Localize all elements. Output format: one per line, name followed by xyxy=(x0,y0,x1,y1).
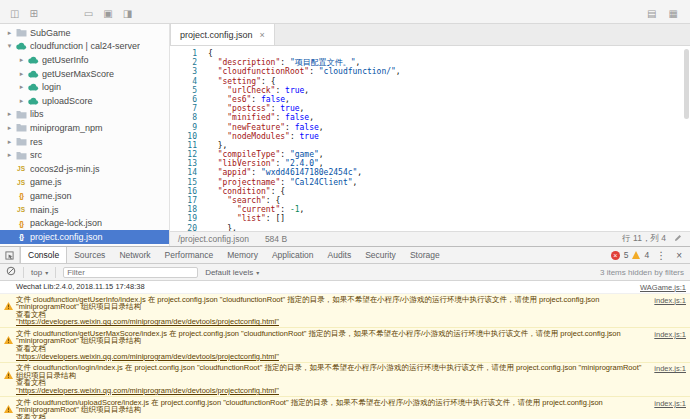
chevron-collapsed-icon[interactable]: ▸ xyxy=(5,138,14,146)
tree-item-label: game.js xyxy=(30,177,62,187)
console-source-link[interactable]: WAGame.js:1 xyxy=(640,283,686,292)
tree-item-game-js[interactable]: JSgame.js xyxy=(0,176,169,190)
console-source-link[interactable]: index.js:1 xyxy=(654,296,686,326)
tree-item-src[interactable]: ▸src xyxy=(0,148,169,162)
line-number: 15 xyxy=(170,178,197,187)
tree-item-cloudfunction-cal24-server[interactable]: ▾cloudfunction | cal24-server xyxy=(0,40,169,54)
tree-item-getuserinfo[interactable]: ▸getUserInfo xyxy=(0,53,169,67)
editor-scrollbar[interactable] xyxy=(684,49,689,119)
sidebar-toggle-icon[interactable]: ◫ xyxy=(10,8,19,19)
doc-link[interactable]: "https://developers.weixin.qq.com/minipr… xyxy=(16,352,279,361)
line-number: 7 xyxy=(170,104,197,113)
tree-item-miniprogram-npm[interactable]: ▸miniprogram_npm xyxy=(0,121,169,135)
clear-console-icon[interactable] xyxy=(6,266,16,278)
console-messages: Wechat Lib:2.4.0, 2018.11.15 17:48:38WAG… xyxy=(0,281,690,419)
console-toolbar: top ▾ Default levels ▾ 3 items hidden by… xyxy=(0,264,690,281)
toolbar-separator xyxy=(55,267,56,278)
chevron-down-icon: ▾ xyxy=(256,269,259,276)
doc-link[interactable]: "https://developers.weixin.qq.com/minipr… xyxy=(16,386,279,395)
code-line: "urlCheck": true, xyxy=(208,86,690,95)
editor-tab-project-config[interactable]: project.config.json × xyxy=(170,24,275,45)
devtools-tabs: ConsoleSourcesNetworkPerformanceMemoryAp… xyxy=(20,247,447,263)
line-number: 18 xyxy=(170,205,197,214)
warning-triangle-icon xyxy=(4,399,16,419)
layout-box-icon[interactable]: ▣ xyxy=(103,8,112,19)
log-levels-dropdown[interactable]: Default levels ▾ xyxy=(205,268,259,277)
warning-triangle-icon xyxy=(4,364,16,394)
devtools-tab-network[interactable]: Network xyxy=(112,247,157,263)
tree-item-libs[interactable]: ▸libs xyxy=(0,108,169,122)
inspect-element-icon[interactable] xyxy=(0,247,20,263)
chevron-down-icon: ▾ xyxy=(45,269,48,276)
line-number: 3 xyxy=(170,67,197,76)
chevron-collapsed-icon[interactable]: ▸ xyxy=(5,124,14,132)
statusbar-file-size: 584 B xyxy=(265,234,287,244)
code-content: { "description": "项目配置文件。", "cloudfuncti… xyxy=(204,46,690,231)
code-line: "newFeature": false, xyxy=(208,123,690,132)
tree-item-getusermaxscore[interactable]: ▸getUserMaxScore xyxy=(0,67,169,81)
warning-badge-icon[interactable] xyxy=(632,251,640,259)
devtools-tab-storage[interactable]: Storage xyxy=(403,247,447,263)
tree-item-login[interactable]: ▸login xyxy=(0,80,169,94)
console-source-link[interactable]: index.js:1 xyxy=(654,330,686,360)
tree-item-project-config-json[interactable]: {}project.config.json xyxy=(0,230,169,244)
devtools-tab-console[interactable]: Console xyxy=(20,247,67,263)
console-message-warning: 文件 cloudfunction/uploadScore/index.js 在 … xyxy=(0,397,690,419)
tree-item-main-js[interactable]: JSmain.js xyxy=(0,203,169,217)
devtools-tab-audits[interactable]: Audits xyxy=(321,247,359,263)
chevron-collapsed-icon[interactable]: ▸ xyxy=(17,83,26,91)
window-grid-icon[interactable]: ▦ xyxy=(669,8,678,19)
devtools-tab-sources[interactable]: Sources xyxy=(67,247,112,263)
devtools-tab-memory[interactable]: Memory xyxy=(220,247,265,263)
tree-item-res[interactable]: ▸res xyxy=(0,135,169,149)
console-message-warning: 文件 cloudfunction/getUserMaxScore/index.j… xyxy=(0,328,690,362)
editor-panel-icon[interactable]: ⊞ xyxy=(29,8,37,19)
console-message-text: 文件 cloudfunction/getUserMaxScore/index.j… xyxy=(16,330,648,360)
tree-item-game-json[interactable]: {}game.json xyxy=(0,189,169,203)
error-badge-icon[interactable]: × xyxy=(611,251,620,260)
chevron-expanded-icon[interactable]: ▾ xyxy=(5,42,14,50)
cloud-file-icon xyxy=(26,70,40,78)
folder-file-icon xyxy=(14,123,28,132)
chevron-collapsed-icon[interactable]: ▸ xyxy=(5,29,14,37)
devtools-menu-icon[interactable]: ⋮ xyxy=(653,250,669,261)
chevron-collapsed-icon[interactable]: ▸ xyxy=(17,70,26,78)
code-line: "cloudfunctionRoot": "cloudfunction/", xyxy=(208,67,690,76)
levels-label: Default levels xyxy=(205,268,253,277)
chevron-collapsed-icon[interactable]: ▸ xyxy=(17,56,26,64)
tree-item-cocos2d-js-min-js[interactable]: JScocos2d-js-min.js xyxy=(0,162,169,176)
layout-split-icon[interactable]: ◨ xyxy=(123,8,132,19)
devtools-tab-application[interactable]: Application xyxy=(265,247,321,263)
devtools-tab-security[interactable]: Security xyxy=(358,247,403,263)
tab-close-icon[interactable]: × xyxy=(260,30,265,40)
console-source-link[interactable]: index.js:1 xyxy=(654,399,686,419)
json-file-icon: {} xyxy=(14,219,28,228)
tree-item-label: project.config.json xyxy=(30,232,103,242)
chevron-collapsed-icon[interactable]: ▸ xyxy=(5,110,14,118)
code-editor[interactable]: 1234567891011121314151617181920 { "descr… xyxy=(170,46,690,231)
doc-link[interactable]: "https://developers.weixin.qq.com/minipr… xyxy=(16,317,279,326)
topbar-left-icons: ◫⊞ xyxy=(0,3,38,21)
code-line: "postcss": true, xyxy=(208,104,690,113)
devtools-close-icon[interactable]: × xyxy=(673,250,685,261)
js-file-icon: JS xyxy=(14,179,28,186)
main-area: ▸SubGame▾cloudfunction | cal24-server▸ge… xyxy=(0,24,690,246)
execution-context-dropdown[interactable]: top ▾ xyxy=(31,268,48,277)
console-message-warning: 文件 cloudfunction/getUserInfo/index.js 在 … xyxy=(0,294,690,328)
window-layout-icon[interactable]: ▤ xyxy=(647,8,656,19)
chevron-collapsed-icon[interactable]: ▸ xyxy=(17,97,26,105)
statusbar-cursor-position: 行 11，列 4 xyxy=(622,233,666,245)
tree-item-uploadscore[interactable]: ▸uploadScore xyxy=(0,94,169,108)
devtools-tab-performance[interactable]: Performance xyxy=(158,247,221,263)
console-source-link[interactable]: index.js:1 xyxy=(654,364,686,394)
error-count[interactable]: 5 xyxy=(624,250,629,260)
tree-item-label: cocos2d-js-min.js xyxy=(30,164,100,174)
console-filter-input[interactable] xyxy=(63,267,198,278)
layout-row-icon[interactable]: ▭ xyxy=(84,8,93,19)
tree-item-label: res xyxy=(30,137,43,147)
tree-item-subgame[interactable]: ▸SubGame xyxy=(0,26,169,40)
warning-count[interactable]: 4 xyxy=(644,250,649,260)
tree-item-package-lock-json[interactable]: {}package-lock.json xyxy=(0,216,169,230)
chevron-collapsed-icon[interactable]: ▸ xyxy=(5,151,14,159)
code-line: "projectname": "Cal24Client", xyxy=(208,178,690,187)
